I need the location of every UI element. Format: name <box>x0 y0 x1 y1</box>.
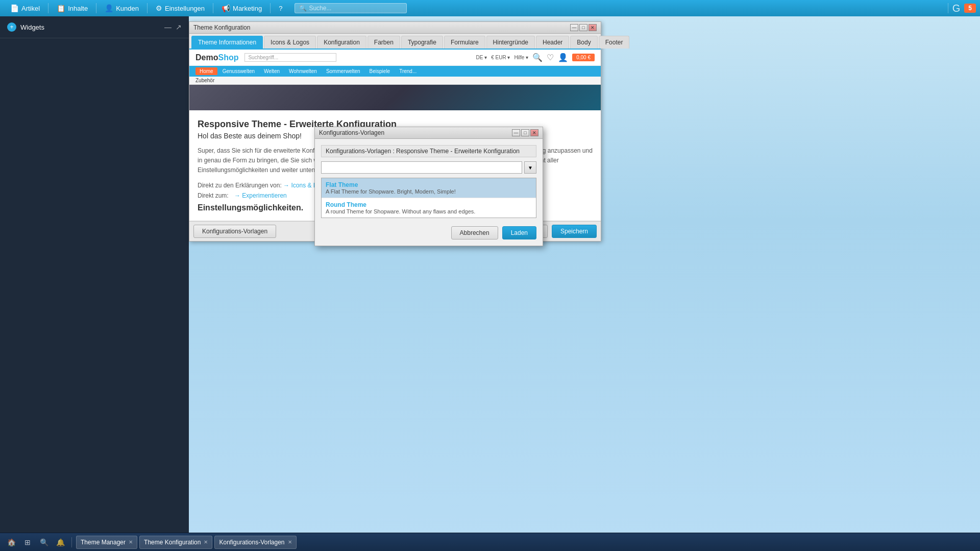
taskbar-tab-theme-konfiguration[interactable]: Theme Konfiguration ✕ <box>139 536 212 549</box>
artikel-icon: 📄 <box>10 4 19 12</box>
modal-overlay: Konfigurations-Vorlagen — □ ✕ Konfigurat… <box>189 22 601 241</box>
taskbar-grid-btn[interactable]: ⊞ <box>20 535 35 549</box>
nav-inhalte[interactable]: 📋 Inhalte <box>51 2 94 14</box>
google-icon[interactable]: G <box>952 3 961 14</box>
nav-help[interactable]: ? <box>273 3 288 14</box>
kunden-icon: 👤 <box>105 4 113 12</box>
sidebar-title: Widgets <box>20 23 44 31</box>
btn-laden[interactable]: Laden <box>502 226 536 239</box>
modal-title: Konfigurations-Vorlagen <box>319 129 384 136</box>
nav-right: G 5 <box>948 3 976 14</box>
modal-section-title: Konfigurations-Vorlagen : Responsive The… <box>321 145 536 157</box>
taskbar-bell-btn[interactable]: 🔔 <box>53 535 67 549</box>
einstellungen-icon: ⚙ <box>156 4 162 12</box>
modal-dropdown-toggle[interactable]: ▼ <box>524 161 536 174</box>
taskbar: 🏠 ⊞ 🔍 🔔 Theme Manager ✕ Theme Konfigurat… <box>0 533 980 551</box>
nav-einstellungen[interactable]: ⚙ Einstellungen <box>150 2 211 14</box>
add-widget-icon[interactable]: + <box>7 22 16 32</box>
theme-round-name: Round Theme <box>326 201 532 208</box>
nav-artikel[interactable]: 📄 Artikel <box>4 2 46 14</box>
top-navigation: 📄 Artikel 📋 Inhalte 👤 Kunden ⚙ Einstellu… <box>0 0 980 16</box>
modal-body: Konfigurations-Vorlagen : Responsive The… <box>315 139 543 246</box>
marketing-icon: 📢 <box>222 4 230 12</box>
help-icon: ? <box>279 5 282 12</box>
theme-item-flat[interactable]: Flat Theme A Flat Theme for Shopware. Br… <box>322 178 536 198</box>
sidebar-minimize-btn[interactable]: — <box>164 23 172 31</box>
search-input[interactable] <box>309 5 402 12</box>
tab-footer[interactable]: Footer <box>599 36 630 49</box>
konfigurations-vorlagen-modal: Konfigurations-Vorlagen — □ ✕ Konfigurat… <box>314 127 543 246</box>
modal-footer: Abbrechen Laden <box>321 222 536 239</box>
sidebar-header-left: + Widgets <box>7 22 44 32</box>
nav-sep-1 <box>48 3 48 13</box>
modal-search-input[interactable] <box>321 161 522 174</box>
theme-config-window: Theme Konfiguration — □ ✕ Theme Informat… <box>189 21 601 242</box>
theme-list: Flat Theme A Flat Theme for Shopware. Br… <box>321 178 536 218</box>
modal-minimize-btn[interactable]: — <box>512 129 520 136</box>
theme-flat-name: Flat Theme <box>326 181 532 188</box>
taskbar-tab-theme-manager-close[interactable]: ✕ <box>129 539 133 545</box>
taskbar-search-btn[interactable]: 🔍 <box>37 535 51 549</box>
taskbar-tab-konfigurations-vorlagen[interactable]: Konfigurations-Vorlagen ✕ <box>214 536 296 549</box>
taskbar-tab-konfigurations-vorlagen-label: Konfigurations-Vorlagen <box>219 539 284 546</box>
modal-window-controls: — □ ✕ <box>512 129 538 136</box>
search-bar[interactable]: 🔍 <box>295 3 407 13</box>
modal-close-btn[interactable]: ✕ <box>530 129 538 136</box>
modal-titlebar: Konfigurations-Vorlagen — □ ✕ <box>315 127 543 139</box>
main-area: + Widgets — ↗ Theme Konfiguration — □ ✕ <box>0 16 980 533</box>
nav-kunden[interactable]: 👤 Kunden <box>99 2 145 14</box>
nav-sep-right <box>948 3 948 13</box>
nav-sep-4 <box>213 3 213 13</box>
sidebar-external-btn[interactable]: ↗ <box>176 23 182 31</box>
nav-marketing[interactable]: 📢 Marketing <box>215 2 268 14</box>
taskbar-tab-theme-manager[interactable]: Theme Manager ✕ <box>76 536 137 549</box>
taskbar-home-btn[interactable]: 🏠 <box>4 535 18 549</box>
user-badge[interactable]: 5 <box>964 4 976 13</box>
inhalte-icon: 📋 <box>57 4 65 12</box>
taskbar-tab-konfigurations-vorlagen-close[interactable]: ✕ <box>288 539 292 545</box>
taskbar-tab-theme-konfiguration-close[interactable]: ✕ <box>204 539 208 545</box>
taskbar-sep <box>71 537 72 547</box>
nav-sep-3 <box>147 3 148 13</box>
sidebar: + Widgets — ↗ <box>0 16 189 533</box>
sidebar-header-right: — ↗ <box>164 23 182 31</box>
nav-sep-5 <box>270 3 271 13</box>
taskbar-tab-theme-konfiguration-label: Theme Konfiguration <box>144 539 201 546</box>
modal-restore-btn[interactable]: □ <box>521 129 529 136</box>
sidebar-header: + Widgets — ↗ <box>0 16 189 38</box>
content-area: Theme Konfiguration — □ ✕ Theme Informat… <box>189 16 980 533</box>
btn-abbrechen-modal[interactable]: Abbrechen <box>451 226 498 239</box>
theme-item-round[interactable]: Round Theme A round Theme for Shopware. … <box>322 198 536 218</box>
modal-dropdown-row: ▼ <box>321 161 536 174</box>
search-icon: 🔍 <box>299 5 307 12</box>
taskbar-tab-theme-manager-label: Theme Manager <box>81 539 126 546</box>
theme-round-desc: A round Theme for Shopware. Without any … <box>326 208 532 214</box>
nav-sep-2 <box>96 3 96 13</box>
theme-flat-desc: A Flat Theme for Shopware. Bright, Moder… <box>326 188 532 195</box>
